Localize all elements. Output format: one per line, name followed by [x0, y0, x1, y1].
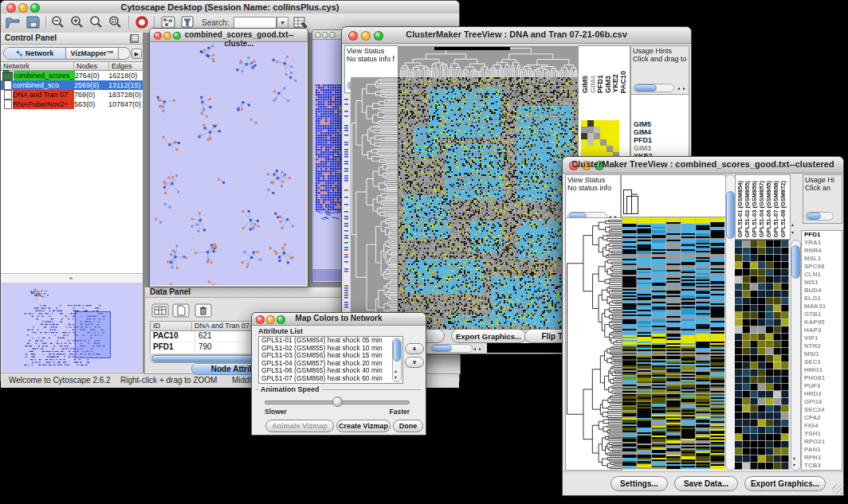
gene-label[interactable]: PAN1: [802, 446, 842, 454]
gene-label[interactable]: NIS1: [802, 279, 842, 287]
gene-label[interactable]: HRD3: [802, 390, 842, 398]
gene-label[interactable]: SPC98: [802, 263, 842, 271]
attribute-list[interactable]: GPL51-01 (GSM854) heat shock 05 minGPL51…: [258, 336, 403, 384]
gene-label[interactable]: PEP5: [802, 470, 842, 471]
column-label[interactable]: YKE2: [611, 74, 619, 93]
row-dendrogram-canvas[interactable]: [351, 77, 398, 330]
selected-cluster-heatmap[interactable]: [581, 120, 619, 158]
zoom-out-icon[interactable]: [50, 15, 66, 29]
gene-label[interactable]: MSL1: [802, 255, 842, 263]
gene-label[interactable]: PFD1: [631, 136, 689, 144]
network-tree-row[interactable]: DNA and Tran 07769(0)183728(0): [1, 90, 143, 100]
scroll-down-icon[interactable]: ▾: [791, 230, 794, 235]
tab-vizmapper[interactable]: VizMapper™: [66, 48, 119, 59]
list-vscrollbar[interactable]: ▴ ▾: [392, 338, 402, 382]
move-down-button[interactable]: ∨: [405, 357, 424, 368]
resize-grip[interactable]: [832, 484, 842, 494]
column-label[interactable]: GPL51-03 (GSM856): [751, 181, 758, 237]
gene-label[interactable]: SEC1: [802, 358, 842, 366]
move-up-button[interactable]: ∧: [405, 343, 424, 354]
gene-label[interactable]: MAK31: [802, 303, 842, 311]
search-dropdown-icon[interactable]: ▾: [277, 17, 289, 29]
gene-label[interactable]: YRA1: [802, 239, 842, 247]
create-vizmap-button[interactable]: Create Vizmap: [336, 420, 391, 432]
done-button[interactable]: Done: [393, 420, 423, 432]
heatmap-canvas[interactable]: [622, 217, 724, 469]
gene-label[interactable]: GIM5: [631, 120, 689, 128]
usage-hscrollbar[interactable]: [805, 212, 834, 221]
gene-label[interactable]: TCB3: [802, 462, 842, 470]
column-dendrogram-canvas[interactable]: [398, 46, 579, 79]
export-graphics-button[interactable]: Export Graphics...: [451, 329, 526, 343]
zoom-icon[interactable]: [329, 32, 336, 38]
gene-label[interactable]: HMG1: [802, 366, 842, 374]
zoom-selected-icon[interactable]: [88, 15, 104, 29]
gene-label[interactable]: NTR2: [802, 342, 842, 350]
column-label[interactable]: PAC10: [619, 71, 627, 93]
scroll-down-icon[interactable]: ▾: [395, 375, 397, 380]
gene-label[interactable]: GTB1: [802, 311, 842, 318]
zoom-vscrollbar[interactable]: ▴ ▾: [791, 240, 801, 471]
gene-label[interactable]: PUF3: [802, 382, 842, 390]
column-header[interactable]: Edges: [109, 62, 143, 71]
scroll-right-icon[interactable]: ▸: [479, 346, 481, 351]
new-attribute-icon[interactable]: [172, 303, 190, 318]
column-header[interactable]: ID: [151, 322, 192, 331]
column-label[interactable]: GPL51-04 (GSM857): [758, 181, 765, 237]
column-label[interactable]: GPL51-06 (GSM865): [765, 181, 772, 237]
network-tree-row[interactable]: RNAPuberNov2+563(0)107847(0): [1, 100, 143, 109]
main-titlebar[interactable]: Cytoscape Desktop (Session Name: collins…: [1, 1, 459, 14]
scroll-down-icon[interactable]: ▾: [793, 463, 795, 467]
delete-attribute-icon[interactable]: [194, 303, 212, 318]
network-canvas[interactable]: [150, 41, 306, 285]
heatmap-canvas[interactable]: [398, 77, 578, 330]
zoom-in-icon[interactable]: [69, 15, 85, 29]
gene-label[interactable]: RPO21: [802, 438, 842, 446]
column-label[interactable]: PFD1: [596, 75, 604, 93]
column-label[interactable]: GPL51-08 (GSM872): [779, 181, 787, 237]
gene-label[interactable]: RPN1: [802, 454, 842, 462]
row-dendrogram-canvas[interactable]: [565, 217, 622, 471]
scroll-left-icon[interactable]: ◂: [677, 86, 680, 91]
table-mode-icon[interactable]: [151, 303, 169, 318]
zoom-fit-icon[interactable]: [108, 15, 124, 29]
scroll-right-icon[interactable]: ▸: [683, 86, 685, 91]
column-header[interactable]: Network: [1, 62, 74, 71]
tab-network[interactable]: Network: [4, 48, 66, 59]
annotation-ring-icon[interactable]: [134, 15, 150, 29]
animate-vizmap-button[interactable]: Animate Vizmap: [265, 420, 334, 432]
network-tree-row[interactable]: combined_sco2569(6)13112(15): [1, 80, 143, 90]
gene-label[interactable]: CLN1: [802, 271, 842, 279]
gene-label[interactable]: YSH1: [802, 430, 842, 438]
scroll-up-icon[interactable]: ▴: [791, 222, 794, 227]
speed-slider-thumb[interactable]: [332, 397, 343, 407]
gene-label[interactable]: BUD4: [802, 287, 842, 295]
gene-label[interactable]: SEC24: [802, 406, 842, 414]
close-icon[interactable]: [154, 32, 162, 40]
gene-label[interactable]: KAP95: [802, 318, 842, 326]
float-panel-icon[interactable]: [130, 34, 139, 43]
gene-label[interactable]: ELG1: [802, 295, 842, 303]
column-label[interactable]: GPL51-01 (GSM854): [736, 181, 744, 237]
gene-label[interactable]: GIM3: [631, 144, 689, 152]
column-label[interactable]: GIM5: [581, 76, 589, 93]
save-icon[interactable]: [25, 15, 41, 29]
minimize-icon[interactable]: [163, 32, 171, 40]
scroll-up-icon[interactable]: ▴: [395, 369, 397, 373]
gene-label[interactable]: CPA2: [802, 414, 842, 422]
gene-label[interactable]: PFD1: [802, 231, 842, 239]
gene-label[interactable]: PHO81: [802, 374, 842, 382]
network-grid-canvas[interactable]: [312, 40, 345, 281]
gene-label[interactable]: MSI1: [802, 350, 842, 358]
gene-label[interactable]: HAP3: [802, 326, 842, 334]
gene-label[interactable]: GIM4: [631, 128, 689, 136]
gene-label[interactable]: GPI16: [802, 398, 842, 406]
minimize-icon[interactable]: [322, 32, 328, 38]
gene-label[interactable]: FIG4: [802, 422, 842, 430]
bottom-hscrollbar[interactable]: [430, 344, 473, 353]
column-label[interactable]: GPL51-07 (GSM868): [772, 181, 779, 237]
column-label[interactable]: GIM3: [604, 76, 612, 93]
gene-label[interactable]: RNR4: [802, 247, 842, 255]
close-icon[interactable]: [315, 32, 321, 38]
attribute-item[interactable]: GPL51-07 (GSM868) heat shock 60 min: [259, 375, 402, 383]
